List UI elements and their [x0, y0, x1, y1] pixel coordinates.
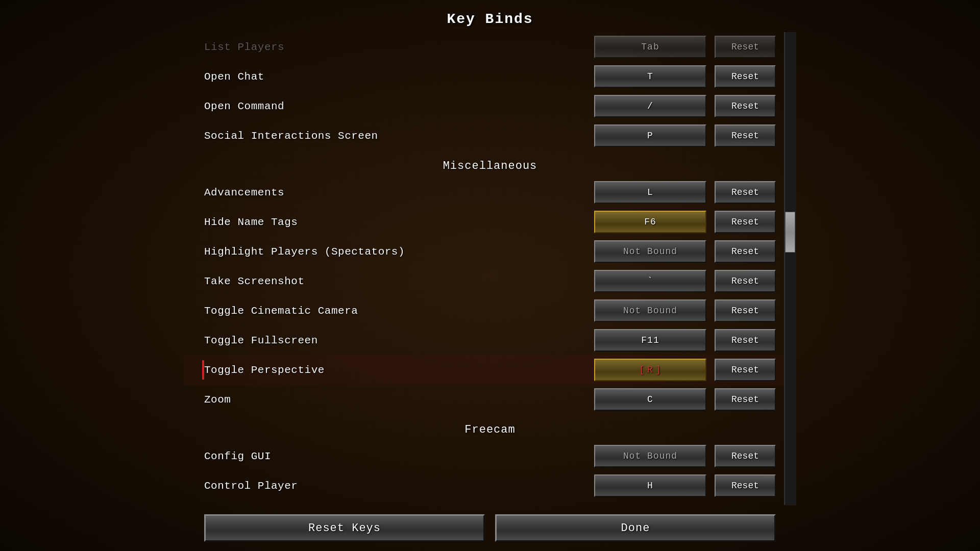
toggle-fullscreen-row: Toggle Fullscreen F11 Reset	[184, 325, 796, 355]
toggle-fullscreen-label: Toggle Fullscreen	[204, 335, 594, 346]
take-screenshot-key[interactable]: `	[594, 270, 706, 292]
list-players-key[interactable]: Tab	[594, 36, 706, 58]
open-command-label: Open Command	[204, 101, 594, 112]
config-gui-key[interactable]: Not Bound	[594, 445, 706, 467]
control-player-label: Control Player	[204, 480, 594, 492]
advancements-row: Advancements L Reset	[184, 178, 796, 207]
config-gui-row: Config GUI Not Bound Reset	[184, 441, 796, 471]
zoom-row: Zoom C Reset	[184, 385, 796, 414]
freecam-header: Freecam	[184, 414, 796, 441]
config-gui-reset[interactable]: Reset	[715, 445, 776, 467]
config-gui-label: Config GUI	[204, 450, 594, 462]
toggle-perspective-key[interactable]: [ R ]	[594, 359, 706, 381]
toggle-fullscreen-key[interactable]: F11	[594, 329, 706, 352]
bracket-right: ]	[655, 365, 662, 375]
highlight-players-row: Highlight Players (Spectators) Not Bound…	[184, 237, 796, 266]
advancements-label: Advancements	[204, 187, 594, 198]
social-interactions-label: Social Interactions Screen	[204, 130, 594, 142]
reset-keys-button[interactable]: Reset Keys	[204, 514, 485, 542]
done-button[interactable]: Done	[495, 514, 776, 542]
toggle-cinematic-label: Toggle Cinematic Camera	[204, 305, 594, 317]
highlight-players-reset[interactable]: Reset	[715, 240, 776, 263]
control-player-row: Control Player H Reset	[184, 471, 796, 500]
social-interactions-key[interactable]: P	[594, 124, 706, 147]
toggle-cinematic-key[interactable]: Not Bound	[594, 299, 706, 322]
scrollbar-track[interactable]	[784, 32, 796, 505]
scroll-area: List Players Tab Reset Open Chat T Reset…	[184, 32, 796, 505]
toggle-perspective-label: Toggle Perspective	[204, 364, 594, 376]
page-wrapper: Key Binds List Players Tab Reset Open Ch…	[184, 0, 796, 551]
social-interactions-row: Social Interactions Screen P Reset	[184, 121, 796, 151]
take-screenshot-reset[interactable]: Reset	[715, 270, 776, 292]
toggle-perspective-row: Toggle Perspective [ R ] Reset	[184, 355, 796, 385]
toggle-fullscreen-reset[interactable]: Reset	[715, 329, 776, 352]
zoom-reset[interactable]: Reset	[715, 388, 776, 411]
toggle-cinematic-row: Toggle Cinematic Camera Not Bound Reset	[184, 296, 796, 325]
page-title: Key Binds	[447, 11, 533, 27]
active-row-indicator	[202, 360, 204, 380]
bracket-left: [	[639, 365, 645, 375]
zoom-label: Zoom	[204, 394, 594, 406]
zoom-key[interactable]: C	[594, 388, 706, 411]
advancements-key[interactable]: L	[594, 181, 706, 204]
open-chat-key[interactable]: T	[594, 65, 706, 88]
open-command-key[interactable]: /	[594, 95, 706, 117]
take-screenshot-label: Take Screenshot	[204, 276, 594, 287]
hide-name-tags-key[interactable]: F6	[594, 211, 706, 233]
open-chat-row: Open Chat T Reset	[184, 62, 796, 91]
list-players-row: List Players Tab Reset	[184, 32, 796, 62]
miscellaneous-header: Miscellaneous	[184, 151, 796, 178]
open-command-reset[interactable]: Reset	[715, 95, 776, 117]
open-chat-label: Open Chat	[204, 71, 594, 83]
list-players-label: List Players	[204, 41, 594, 53]
hide-name-tags-row: Hide Name Tags F6 Reset	[184, 207, 796, 237]
social-interactions-reset[interactable]: Reset	[715, 124, 776, 147]
take-screenshot-row: Take Screenshot ` Reset	[184, 266, 796, 296]
key-r: R	[647, 365, 653, 375]
highlight-players-key[interactable]: Not Bound	[594, 240, 706, 263]
control-player-reset[interactable]: Reset	[715, 474, 776, 497]
toggle-cinematic-reset[interactable]: Reset	[715, 299, 776, 322]
scrollbar-thumb[interactable]	[785, 212, 795, 253]
list-players-reset[interactable]: Reset	[715, 36, 776, 58]
open-command-row: Open Command / Reset	[184, 91, 796, 121]
toggle-perspective-reset[interactable]: Reset	[715, 359, 776, 381]
keybind-list: List Players Tab Reset Open Chat T Reset…	[184, 32, 796, 500]
advancements-reset[interactable]: Reset	[715, 181, 776, 204]
control-player-key[interactable]: H	[594, 474, 706, 497]
hide-name-tags-label: Hide Name Tags	[204, 216, 594, 228]
hide-name-tags-reset[interactable]: Reset	[715, 211, 776, 233]
bottom-toolbar: Reset Keys Done	[184, 505, 796, 551]
highlight-players-label: Highlight Players (Spectators)	[204, 246, 594, 258]
open-chat-reset[interactable]: Reset	[715, 65, 776, 88]
